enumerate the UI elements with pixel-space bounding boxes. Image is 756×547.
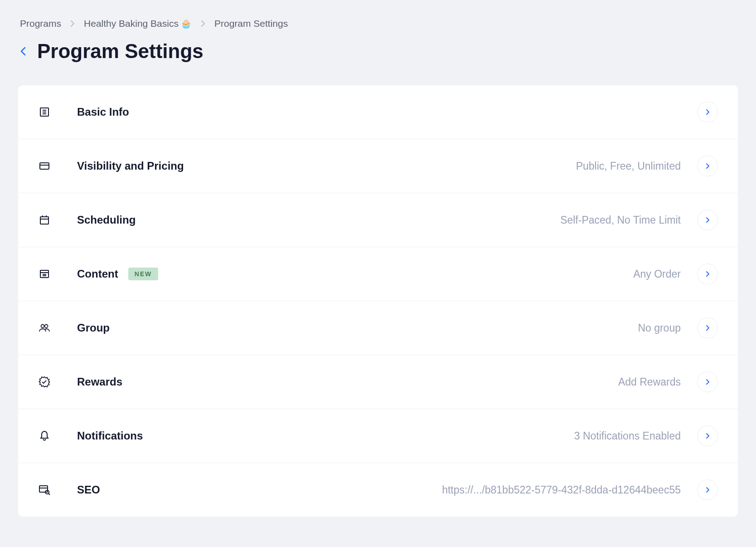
group-icon xyxy=(38,322,51,334)
row-value: https://.../b81bb522-5779-432f-8dda-d126… xyxy=(442,484,681,496)
settings-row-visibility-pricing[interactable]: Visibility and Pricing Public, Free, Unl… xyxy=(18,139,738,193)
page-title: Program Settings xyxy=(37,40,204,63)
row-value: Any Order xyxy=(633,268,681,280)
settings-list: Basic Info Visibility and Pricing Public… xyxy=(18,85,738,517)
row-label: Visibility and Pricing xyxy=(77,160,184,172)
settings-row-seo[interactable]: SEO https://.../b81bb522-5779-432f-8dda-… xyxy=(18,463,738,517)
row-label: Basic Info xyxy=(77,106,129,118)
document-icon xyxy=(38,106,51,118)
row-label: Scheduling xyxy=(77,214,136,226)
svg-point-15 xyxy=(45,325,48,328)
row-value: Add Rewards xyxy=(618,376,681,388)
settings-row-scheduling[interactable]: Scheduling Self-Paced, No Time Limit xyxy=(18,193,738,247)
chevron-right-icon xyxy=(697,102,718,122)
svg-point-14 xyxy=(41,325,44,328)
breadcrumb-item-current: Program Settings xyxy=(214,18,288,29)
svg-rect-16 xyxy=(39,486,48,492)
bell-icon xyxy=(38,430,51,442)
svg-rect-4 xyxy=(40,163,49,169)
rewards-icon xyxy=(38,376,51,388)
page-header: Program Settings xyxy=(20,40,738,63)
row-value: No group xyxy=(638,322,681,334)
settings-row-basic-info[interactable]: Basic Info xyxy=(18,85,738,139)
breadcrumb-item-program-name[interactable]: Healthy Baking Basics🧁 xyxy=(84,18,192,29)
row-label: Notifications xyxy=(77,430,143,442)
back-button[interactable] xyxy=(20,46,26,56)
svg-rect-6 xyxy=(40,217,48,224)
row-label: Group xyxy=(77,322,110,334)
chevron-right-icon xyxy=(697,317,718,338)
calendar-icon xyxy=(38,214,51,226)
row-value: 3 Notifications Enabled xyxy=(574,430,681,442)
settings-row-notifications[interactable]: Notifications 3 Notifications Enabled xyxy=(18,409,738,463)
chevron-right-icon xyxy=(70,20,75,27)
settings-row-group[interactable]: Group No group xyxy=(18,301,738,355)
chevron-right-icon xyxy=(697,425,718,446)
row-label: Content xyxy=(77,268,118,280)
row-label: Rewards xyxy=(77,376,122,388)
new-badge: NEW xyxy=(128,268,159,280)
chevron-right-icon xyxy=(697,479,718,500)
cupcake-icon: 🧁 xyxy=(180,19,192,29)
breadcrumb-item-programs[interactable]: Programs xyxy=(20,18,61,29)
content-icon xyxy=(38,268,51,280)
chevron-right-icon xyxy=(697,264,718,284)
breadcrumb: Programs Healthy Baking Basics🧁 Program … xyxy=(20,18,738,29)
svg-line-19 xyxy=(48,493,50,495)
row-label: SEO xyxy=(77,484,100,496)
seo-icon xyxy=(38,484,51,496)
chevron-right-icon xyxy=(697,156,718,176)
settings-row-content[interactable]: Content NEW Any Order xyxy=(18,247,738,301)
settings-row-rewards[interactable]: Rewards Add Rewards xyxy=(18,355,738,409)
chevron-right-icon xyxy=(697,210,718,230)
row-value: Public, Free, Unlimited xyxy=(576,160,681,172)
chevron-right-icon xyxy=(697,371,718,392)
card-icon xyxy=(38,160,51,172)
row-value: Self-Paced, No Time Limit xyxy=(560,214,681,226)
chevron-right-icon xyxy=(201,20,205,27)
